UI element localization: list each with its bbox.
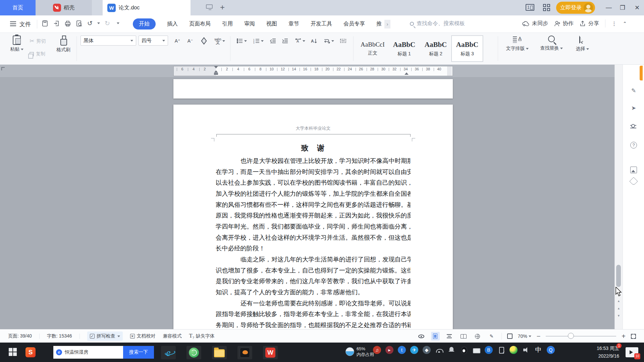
page-view-icon[interactable] xyxy=(431,332,440,341)
text-line[interactable]: 在学习，而是一天当中抽出部分时间安排学习，其余的时间就可以自由安排，可 xyxy=(216,167,411,178)
menu-tab[interactable]: 会员专享 xyxy=(343,20,365,27)
style-preset[interactable]: AaBbC 标题 2 xyxy=(420,36,451,62)
text-line[interactable]: 跟指导老师接触比较多，指导老师在本专业上，非常全能，在我进行本课题的任 xyxy=(216,309,411,320)
fullscreen-icon[interactable] xyxy=(631,334,636,339)
battery-tray-icon[interactable] xyxy=(472,346,480,354)
indent-markers[interactable] xyxy=(214,66,218,76)
music-tray-icon[interactable]: ♫ xyxy=(373,346,381,354)
paste-button[interactable]: 粘贴 xyxy=(7,36,26,52)
clear-format-button[interactable] xyxy=(198,36,210,46)
taskbar-search-box[interactable]: e 恒温恒湿房 搜索一下 xyxy=(53,346,154,359)
home-tab[interactable]: 首页 xyxy=(0,0,36,15)
decrease-font-button[interactable]: A⁻ xyxy=(185,36,196,46)
style-preset[interactable]: AaBbCcI 正文 xyxy=(357,36,388,62)
optimizer-ball-tray-icon[interactable] xyxy=(509,346,518,354)
cut-button[interactable]: ✂剪切 xyxy=(30,38,46,45)
minimize-button[interactable]: — xyxy=(606,4,612,11)
browser-taskbar-icon[interactable] xyxy=(186,346,201,359)
network-tray-icon[interactable] xyxy=(435,346,443,354)
first-line-indent-marker[interactable] xyxy=(214,66,218,68)
web-view-icon[interactable] xyxy=(473,332,482,341)
text-line[interactable]: 以去社会上参加实践，可以在学校的图书馆阅读书籍，丰富自己的知识，也可以 xyxy=(216,177,411,188)
word-count[interactable]: 字数: 15346 xyxy=(47,333,72,339)
sogou-input-icon[interactable]: S xyxy=(25,347,36,357)
text-line[interactable]: 还有一位老师也需要在此特别感谢，即论文指导老师。可以说最后这一年， xyxy=(216,298,411,309)
text-line[interactable]: 原因，我觉得我的性格也逐渐变得开朗起来，正因为如此，我很快乐的度过了大 xyxy=(216,210,411,221)
outline-view-icon[interactable] xyxy=(445,332,454,341)
zoom-slider-handle[interactable] xyxy=(568,333,574,339)
promo-tab-orange[interactable] xyxy=(640,66,643,80)
zoom-out-button[interactable]: − xyxy=(537,333,541,340)
apps-grid-icon[interactable] xyxy=(543,4,550,11)
document-tab[interactable]: W 论文.doc xyxy=(103,0,191,15)
sort-button[interactable]: A xyxy=(309,36,320,46)
menu-tab[interactable]: 视图 xyxy=(266,20,277,27)
next-page-icon[interactable]: ▼ xyxy=(617,314,620,317)
document-page[interactable]: 大学本科毕业论文 致 谢 也许是大学校园在管理上比较开放，学习知识时不像高中时期… xyxy=(173,105,453,329)
help-icon[interactable]: ? xyxy=(630,142,637,148)
scroll-up-icon[interactable]: ▲ xyxy=(617,299,620,303)
start-button[interactable] xyxy=(9,348,17,357)
integrated-mode-icon[interactable]: 1 xyxy=(526,4,534,11)
fit-page-icon[interactable] xyxy=(507,334,513,339)
player-tray-icon[interactable]: ▸ xyxy=(385,346,393,354)
memory-usage-ball[interactable]: 65%内存占用 xyxy=(345,346,374,357)
tim-tray-icon[interactable]: t xyxy=(398,346,406,354)
dark-app-taskbar-icon[interactable] xyxy=(237,346,252,359)
pointer-tool-icon[interactable]: ➤ xyxy=(630,105,637,112)
increase-indent-button[interactable] xyxy=(280,36,290,46)
undo-dropdown-icon[interactable] xyxy=(97,22,100,24)
zoom-slider[interactable] xyxy=(546,336,616,337)
text-line[interactable]: 也许是大学校园在管理上比较开放，学习知识时不像高中时期那样一整天都 xyxy=(216,156,411,167)
ribbon-tabs-overflow[interactable]: › xyxy=(384,20,390,28)
text-line[interactable]: 家的风俗习惯都有些不一样，这样同学之间也有更多的话题进行畅聊。基于这些 xyxy=(216,199,411,210)
file-menu[interactable]: 文件 xyxy=(19,20,31,28)
read-view-icon[interactable] xyxy=(459,332,468,341)
image-tool-icon[interactable] xyxy=(630,167,637,173)
plane-tray-icon[interactable]: ✈ xyxy=(410,346,418,354)
login-button[interactable]: 立即登录 xyxy=(556,2,595,14)
proofread-button[interactable]: ✕ 文档校对 xyxy=(130,333,156,339)
ink-pen-icon[interactable]: ✎ xyxy=(487,332,496,341)
menu-tab[interactable]: 章节 xyxy=(288,20,299,27)
right-indent-marker[interactable] xyxy=(405,72,409,75)
body-text[interactable]: 也许是大学校园在管理上比较开放，学习知识时不像高中时期那样一整天都在学习，而是一… xyxy=(216,156,411,329)
spellcheck-toggle[interactable]: ✓ 拼写检查 xyxy=(87,331,123,341)
menu-tab[interactable]: 页面布局 xyxy=(189,20,211,27)
menu-tab[interactable]: 开发工具 xyxy=(311,20,332,27)
text-line[interactable]: 务期间，导师给予我全面的指导，也能根据我的不足之处推荐合适的书籍让我查 xyxy=(216,320,411,329)
select-button[interactable]: 选择 xyxy=(571,36,594,52)
undo-button[interactable]: ↺ xyxy=(87,19,93,27)
edit-pen-icon[interactable]: ✎ xyxy=(630,87,637,94)
paragraph-layout-button[interactable] xyxy=(337,36,349,46)
close-button[interactable]: ✕ xyxy=(635,4,640,11)
font-name-select[interactable]: 黑体 xyxy=(80,36,136,46)
usb-tray-icon[interactable] xyxy=(497,346,505,354)
tray-expand-button[interactable]: 10 xyxy=(626,347,638,357)
text-line[interactable]: 知识，提高了个人的专业方面的能力，非常感谢他们。 xyxy=(216,287,411,298)
more-menu-icon[interactable]: ⋮ xyxy=(611,20,617,27)
taskbar-clock[interactable]: 16:53 周五2022/9/16 1 xyxy=(584,345,619,360)
font-size-select[interactable]: 四号 xyxy=(139,36,168,46)
scrollbar-thumb[interactable] xyxy=(616,265,621,287)
tab-preview-icon[interactable] xyxy=(206,4,214,11)
text-direction-button[interactable]: A xyxy=(292,36,307,46)
show-marks-button[interactable] xyxy=(321,36,336,46)
sync-status[interactable]: 未同步 xyxy=(522,20,548,27)
wps-taskbar-icon[interactable]: W xyxy=(263,346,278,359)
share-button[interactable]: 分享 xyxy=(580,20,599,27)
phonetic-guide-button[interactable]: wén文 xyxy=(212,36,227,46)
taskbar-search-button[interactable]: 搜索一下 xyxy=(123,346,154,359)
bluetooth-tray-icon[interactable]: B xyxy=(485,346,493,354)
style-preset[interactable]: AaBbC 标题 1 xyxy=(388,36,420,62)
increase-font-button[interactable]: A⁺ xyxy=(172,36,183,46)
missing-font-button[interactable]: T? 缺失字体 xyxy=(189,333,215,340)
menu-tab[interactable]: 推 xyxy=(376,20,382,27)
menu-tab[interactable]: 插入 xyxy=(167,20,178,27)
copy-button[interactable]: 复制 xyxy=(30,51,45,57)
zoom-level[interactable]: 70% xyxy=(518,334,531,339)
left-indent-marker[interactable] xyxy=(214,73,218,75)
tag-tool-icon[interactable] xyxy=(629,177,638,185)
eye-protect-icon[interactable] xyxy=(417,332,426,341)
text-typeset-button[interactable]: 文字排版 xyxy=(502,36,532,52)
